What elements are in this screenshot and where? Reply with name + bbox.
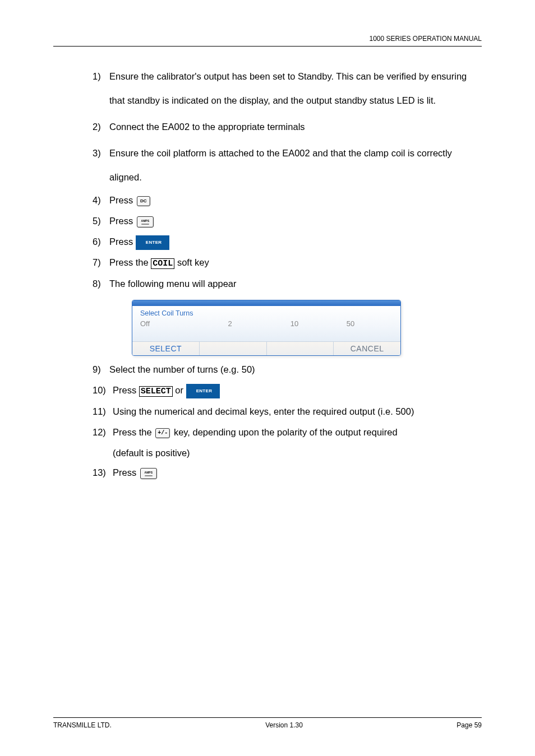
step-5: 5) Press AMPS — [93, 212, 482, 230]
option-10[interactable]: 10 — [264, 319, 325, 328]
amps-label: AMPS — [141, 220, 149, 222]
text: Press — [109, 195, 136, 205]
header-rule — [53, 46, 482, 47]
amps-bar — [145, 475, 153, 476]
step-10: 10) Press SELECT or ENTER — [93, 381, 482, 400]
step-text: Press SELECT or ENTER — [113, 381, 482, 400]
option-50[interactable]: 50 — [325, 319, 376, 328]
text: key, depending upon the polarity of the … — [171, 427, 397, 437]
footer-rule — [53, 717, 482, 718]
step-12-continued: (default is positive) — [113, 444, 482, 462]
text: Press — [113, 385, 139, 395]
text: Press — [109, 236, 136, 247]
step-number: 13) — [93, 463, 113, 482]
dialog-titlebar — [132, 300, 400, 306]
step-number: 6) — [93, 233, 109, 251]
footer-page: Page 59 — [456, 721, 482, 729]
text: Press the — [113, 427, 154, 437]
step-number: 2) — [93, 115, 109, 139]
footer-version: Version 1.30 — [265, 721, 303, 729]
text: Press — [113, 467, 139, 477]
text: soft key — [174, 257, 209, 267]
amps-key-icon: AMPS — [140, 468, 157, 479]
step-7: 7) Press the COIL soft key — [93, 253, 482, 272]
footer-company: TRANSMILLE LTD. — [53, 721, 112, 729]
amps-label: AMPS — [145, 471, 153, 474]
step-text: Press the +/- key, depending upon the po… — [113, 423, 482, 442]
amps-bar — [141, 224, 149, 225]
coil-turns-dialog: Select Coil Turns Off 2 10 50 SELECT . .… — [132, 300, 401, 356]
step-number: 7) — [93, 253, 109, 272]
text: Press the — [109, 257, 151, 267]
step-text: Ensure the coil platform is attached to … — [109, 141, 482, 189]
step-12: 12) Press the +/- key, depending upon th… — [93, 423, 482, 442]
dc-key-icon: DC — [137, 196, 150, 206]
dialog-options-row: Off 2 10 50 — [140, 318, 393, 340]
step-number: 10) — [93, 381, 113, 400]
step-number: 4) — [93, 191, 109, 210]
step-number: 8) — [93, 275, 109, 293]
step-text: Press AMPS — [113, 463, 482, 482]
step-number: 1) — [93, 64, 109, 113]
step-text: Press AMPS — [109, 212, 482, 230]
step-text: Ensure the calibrator's output has been … — [109, 64, 482, 113]
text: or — [173, 385, 186, 395]
step-1: 1) Ensure the calibrator's output has be… — [93, 64, 482, 113]
step-text: Press ENTER — [109, 233, 482, 251]
step-2: 2) Connect the EA002 to the appropriate … — [93, 115, 482, 139]
step-6: 6) Press ENTER — [93, 233, 482, 251]
step-8: 8) The following menu will appear — [93, 275, 482, 293]
enter-key-icon: ENTER — [186, 384, 220, 398]
header-title: 1000 SERIES OPERATION MANUAL — [369, 35, 482, 43]
dialog-footer: SELECT . . CANCEL — [132, 341, 400, 355]
step-4: 4) Press DC — [93, 191, 482, 210]
empty-button: . — [199, 342, 266, 355]
step-text: The following menu will appear — [109, 275, 482, 293]
text: Press — [109, 216, 136, 226]
amps-key-icon: AMPS — [137, 216, 154, 228]
empty-button: . — [266, 342, 334, 355]
page-footer: TRANSMILLE LTD. Version 1.30 Page 59 — [53, 721, 482, 729]
dialog-title: Select Coil Turns — [140, 309, 393, 317]
select-button[interactable]: SELECT — [132, 342, 199, 355]
option-2[interactable]: 2 — [196, 319, 264, 328]
step-text: Using the numerical and decimal keys, en… — [113, 402, 482, 421]
step-number: 11) — [93, 402, 113, 421]
plus-minus-key-icon: +/- — [155, 428, 170, 438]
step-text: Connect the EA002 to the appropriate ter… — [109, 115, 482, 139]
cancel-button[interactable]: CANCEL — [333, 342, 400, 355]
step-text: Press DC — [109, 191, 482, 210]
step-11: 11) Using the numerical and decimal keys… — [93, 402, 482, 421]
select-softkey-label: SELECT — [139, 386, 173, 397]
step-number: 3) — [93, 141, 109, 189]
step-number: 5) — [93, 212, 109, 230]
dialog-body: Select Coil Turns Off 2 10 50 — [132, 306, 400, 341]
step-9: 9) Select the number of turns (e.g. 50) — [93, 360, 482, 379]
option-off[interactable]: Off — [140, 319, 196, 328]
main-content: 1) Ensure the calibrator's output has be… — [93, 64, 482, 484]
step-13: 13) Press AMPS — [93, 463, 482, 482]
step-number: 12) — [93, 423, 113, 442]
step-text: Select the number of turns (e.g. 50) — [109, 360, 482, 379]
step-number: 9) — [93, 360, 109, 379]
enter-key-icon: ENTER — [136, 235, 170, 250]
step-text: Press the COIL soft key — [109, 253, 482, 272]
step-3: 3) Ensure the coil platform is attached … — [93, 141, 482, 189]
coil-softkey-label: COIL — [151, 258, 174, 269]
